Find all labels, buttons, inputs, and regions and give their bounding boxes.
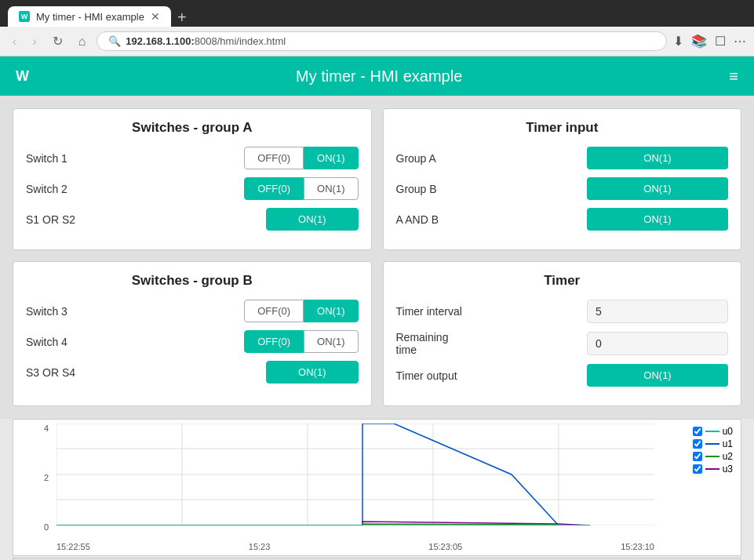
timer-interval-row: Timer interval [396,300,729,323]
legend-u3-color [705,468,719,470]
x-label-1: 15:23 [249,542,271,551]
group-b-timer-row: Group B ON(1) [396,177,729,200]
search-icon: 🔍 [108,35,121,47]
toolbar-icons: ⬇ 📚 ☐ ⋯ [673,34,746,49]
browser-chrome: W My timer - HMI example ✕ + [0,0,754,27]
legend-u0-checkbox[interactable] [693,427,702,436]
back-button[interactable]: ‹ [8,33,21,50]
switch-3-row: Switch 3 OFF(0) ON(1) [26,300,359,322]
switch-4-buttons: OFF(0) ON(1) [244,330,358,353]
legend-u2-label: u2 [723,451,733,462]
switch-2-off-button[interactable]: OFF(0) [244,177,304,200]
group-b-timer-label: Group B [396,183,467,195]
a-and-b-timer-row: A AND B ON(1) [396,208,729,231]
timer-input-title: Timer input [396,120,729,136]
timer-interval-label: Timer interval [396,305,467,318]
x-label-3: 15:23:10 [621,542,654,551]
chart-x-axis: 15:22:55 15:23 15:23:05 15:23:10 [56,542,654,551]
new-tab-button[interactable]: + [171,9,193,27]
chart-container: 4 2 0 [13,419,741,556]
switch-3-buttons: OFF(0) ON(1) [244,300,358,322]
app-header: W My timer - HMI example ≡ [0,56,754,96]
bottom-area: 4 2 0 [0,419,754,560]
timer-interval-input[interactable] [587,300,728,323]
legend-u1-label: u1 [723,438,733,449]
switch-2-row: Switch 2 OFF(0) ON(1) [26,177,359,200]
timer-output-row: Timer output ON(1) [396,364,729,387]
legend-u0-color [705,431,719,432]
s1-or-s2-buttons: ON(1) [266,208,358,231]
legend-u0: u0 [693,426,733,437]
s3-or-s4-on-button[interactable]: ON(1) [266,361,358,384]
browser-tab[interactable]: W My timer - HMI example ✕ [8,6,171,27]
bookmarks-icon[interactable]: 📚 [691,34,707,49]
url-text: 192.168.1.100:8008/hmi/index.html [126,35,286,47]
legend-u1-checkbox[interactable] [693,439,702,449]
s1-or-s2-on-button[interactable]: ON(1) [266,208,358,231]
profile-icon[interactable]: ☐ [715,34,726,49]
group-b-panel: Switches - group B Switch 3 OFF(0) ON(1)… [13,261,372,406]
legend-u3-label: u3 [723,464,733,475]
group-b-timer-button[interactable]: ON(1) [587,177,728,200]
s3-or-s4-buttons: ON(1) [266,361,358,384]
home-button[interactable]: ⌂ [74,33,91,50]
group-a-panel: Switches - group A Switch 1 OFF(0) ON(1)… [13,108,372,250]
switch-3-off-button[interactable]: OFF(0) [244,300,304,322]
x-label-2: 15:23:05 [428,542,462,551]
menu-icon[interactable]: ⋯ [734,34,746,49]
legend-u2-color [705,456,719,457]
hamburger-menu-icon[interactable]: ≡ [729,67,738,85]
switch-3-on-button[interactable]: ON(1) [304,300,358,322]
group-a-title: Switches - group A [26,120,359,136]
tab-title: My timer - HMI example [36,11,144,23]
group-a-timer-row: Group A ON(1) [396,147,729,169]
group-a-timer-button[interactable]: ON(1) [587,147,728,169]
timer-output-button[interactable]: ON(1) [587,364,728,387]
download-icon[interactable]: ⬇ [673,34,683,49]
switch-3-label: Switch 3 [26,305,97,318]
switch-1-label: Switch 1 [26,152,97,165]
legend-u1-color [705,443,719,445]
timer-panel: Timer Timer interval Remaining time Time… [383,261,742,406]
s3-or-s4-row: S3 OR S4 ON(1) [26,361,359,384]
browser-tabs: W My timer - HMI example ✕ + [8,6,746,27]
switch-4-label: Switch 4 [26,336,97,348]
switch-1-off-button[interactable]: OFF(0) [244,147,304,169]
remaining-time-row: Remaining time [396,331,729,356]
s3-or-s4-label: S3 OR S4 [26,366,97,379]
url-bar[interactable]: 🔍 192.168.1.100:8008/hmi/index.html [97,31,667,51]
tab-close-button[interactable]: ✕ [151,10,160,23]
group-b-title: Switches - group B [26,273,359,289]
y-label-2: 2 [44,473,49,482]
chart-svg [56,424,654,525]
legend-u2-checkbox[interactable] [693,452,702,461]
main-content: Switches - group A Switch 1 OFF(0) ON(1)… [0,96,754,419]
tab-favicon: W [19,11,30,22]
timer-title: Timer [396,273,729,289]
switch-1-on-button[interactable]: ON(1) [304,147,358,169]
y-label-0: 0 [44,522,49,532]
switch-4-row: Switch 4 OFF(0) ON(1) [26,330,359,353]
a-and-b-timer-label: A AND B [396,213,467,226]
legend-u0-label: u0 [723,426,733,437]
switch-2-on-button[interactable]: ON(1) [304,177,358,200]
legend-u3: u3 [693,464,733,475]
app-title: My timer - HMI example [296,67,462,85]
legend-u3-checkbox[interactable] [693,464,702,474]
remaining-time-label: Remaining time [396,331,467,356]
chart-legend: u0 u1 u2 u3 [693,426,733,476]
switch-4-off-button[interactable]: OFF(0) [244,330,304,353]
switch-1-row: Switch 1 OFF(0) ON(1) [26,147,359,169]
switch-1-buttons: OFF(0) ON(1) [244,147,358,169]
refresh-button[interactable]: ↻ [48,32,67,50]
legend-u1: u1 [693,438,733,449]
switch-2-buttons: OFF(0) ON(1) [244,177,358,200]
timer-output-label: Timer output [396,369,467,382]
a-and-b-timer-button[interactable]: ON(1) [587,208,728,231]
remaining-time-input[interactable] [587,332,728,355]
browser-toolbar: ‹ › ↻ ⌂ 🔍 192.168.1.100:8008/hmi/index.h… [0,27,754,56]
switch-4-on-button[interactable]: ON(1) [304,330,358,353]
legend-u2: u2 [693,451,733,462]
y-label-4: 4 [44,424,49,433]
forward-button[interactable]: › [27,33,41,50]
